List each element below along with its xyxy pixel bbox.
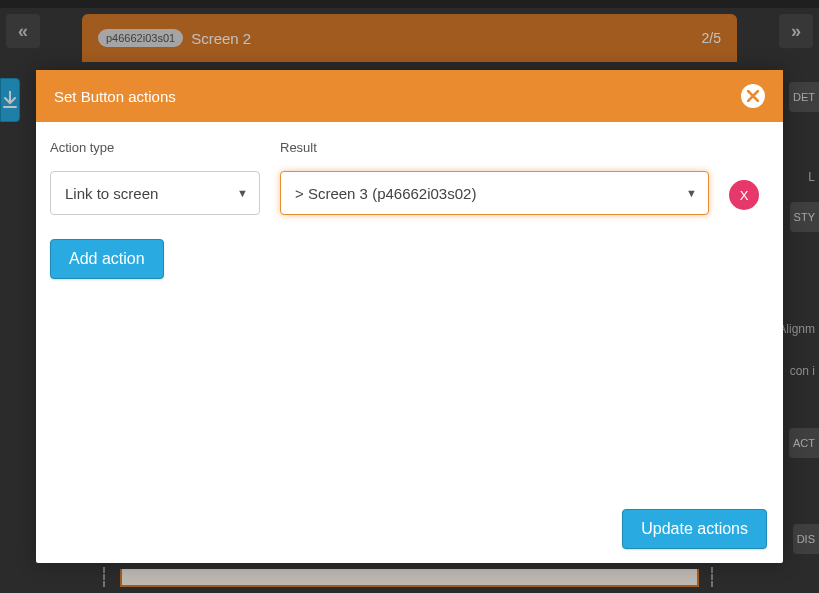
action-type-label: Action type xyxy=(50,140,260,155)
set-button-actions-modal: Set Button actions Action type Link to s… xyxy=(36,70,783,563)
result-select[interactable]: > Screen 3 (p46662i03s02) xyxy=(280,171,709,215)
modal-title: Set Button actions xyxy=(54,88,176,105)
delete-action-button[interactable]: X xyxy=(729,180,759,210)
modal-close-button[interactable] xyxy=(741,84,765,108)
close-icon xyxy=(747,90,759,102)
update-actions-button[interactable]: Update actions xyxy=(622,509,767,549)
add-action-button[interactable]: Add action xyxy=(50,239,164,279)
x-icon: X xyxy=(740,188,749,203)
modal-header: Set Button actions xyxy=(36,70,783,122)
result-label: Result xyxy=(280,140,709,155)
action-type-select[interactable]: Link to screen xyxy=(50,171,260,215)
